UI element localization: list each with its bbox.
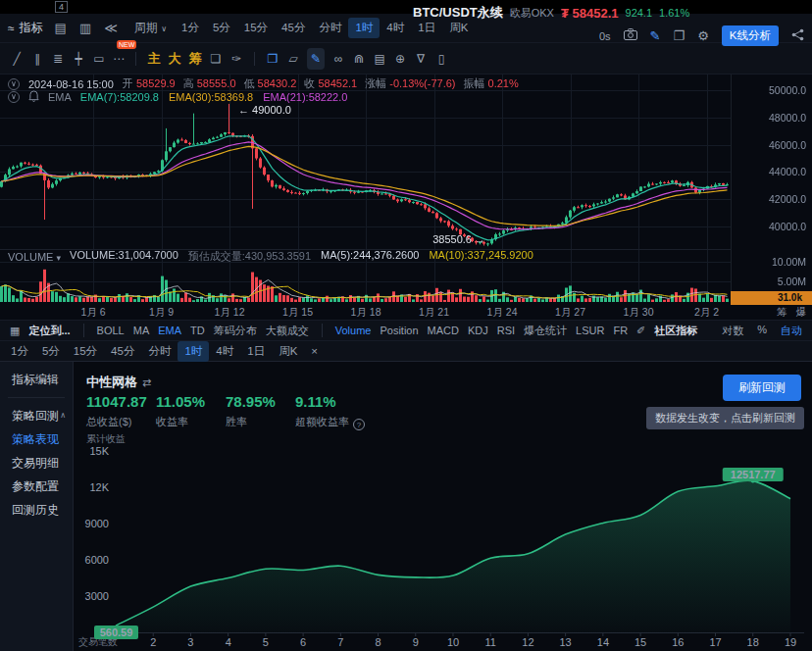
indicator-筹码分布[interactable]: 筹码分布 [214, 324, 257, 338]
sidebar-item-trade-details[interactable]: 交易明细 [0, 451, 73, 475]
timeframe-15分[interactable]: 15分 [237, 18, 275, 38]
locate-to-button[interactable]: 定位到... [28, 324, 70, 338]
indicator-EMA[interactable]: EMA [158, 325, 181, 336]
sub-timeframe-4时[interactable]: 4时 [209, 341, 240, 362]
pane-toggle-爆[interactable]: 爆 [796, 306, 807, 320]
sidebar-item-backtest-history[interactable]: 回测历史 [0, 498, 73, 522]
svg-text:560.59: 560.59 [100, 626, 133, 638]
close-timeframe-bar-icon[interactable]: × [304, 342, 325, 360]
timeframe-1时[interactable]: 1时 [348, 18, 380, 38]
indicator-LSUR[interactable]: LSUR [576, 325, 604, 336]
indicator-MACD[interactable]: MACD [428, 325, 459, 336]
refresh-backtest-button[interactable]: 刷新回测 [723, 375, 801, 401]
equity-curve-chart[interactable]: 030006000900012K15K234567891011121314151… [74, 431, 812, 651]
sub-timeframe-周K[interactable]: 周K [272, 341, 304, 362]
timeframe-1分[interactable]: 1分 [175, 18, 206, 38]
filter-icon[interactable]: ∇ [414, 50, 428, 68]
indicator-KDJ[interactable]: KDJ [468, 325, 488, 336]
trend-line-icon[interactable]: ╱ [10, 50, 24, 68]
community-edit-icon[interactable]: ✐ [636, 325, 645, 337]
attach-icon[interactable]: ⊕ [393, 50, 407, 68]
volume-dropdown[interactable]: VOLUME ▾ [8, 251, 61, 263]
fullscreen-icon[interactable]: ❐ [674, 28, 685, 43]
replay-icon[interactable]: ≪ [104, 21, 118, 35]
timeframe-5分[interactable]: 5分 [206, 18, 237, 38]
chip-button[interactable]: 筹 [188, 50, 202, 68]
eraser-icon[interactable]: ▱ [286, 50, 300, 68]
indicator-爆仓统计[interactable]: 爆仓统计 [524, 324, 567, 338]
trash-icon[interactable]: ▯ [434, 50, 448, 68]
backtest-panel: 指标编辑策略回测∧策略表现交易明细参数配置回测历史 中性网格⇄ 11047.87… [0, 362, 812, 651]
more-tools-icon[interactable]: ⋯ [113, 52, 125, 66]
scale-option-对数[interactable]: 对数 [722, 324, 743, 338]
backtest-main: 中性网格⇄ 11047.87总收益($)11.05%收益率78.95%胜率9.1… [74, 362, 812, 651]
draw-pencil-icon[interactable]: ✎ [650, 28, 661, 43]
rectangle-icon[interactable]: ▭ [92, 50, 106, 68]
sidebar-item-strategy-backtest[interactable]: 策略回测∧ [0, 404, 73, 427]
note-icon[interactable]: ▤ [373, 50, 386, 68]
sub-timeframe-45分[interactable]: 45分 [104, 341, 141, 362]
sub-timeframe-15分[interactable]: 15分 [67, 341, 104, 362]
camera-icon[interactable] [624, 28, 637, 43]
collapse-icon[interactable]: ∨ [8, 78, 20, 90]
timeframe-45分[interactable]: 45分 [275, 18, 312, 38]
indicator-MA[interactable]: MA [133, 325, 150, 336]
indicator-Volume[interactable]: Volume [335, 325, 372, 336]
fib-retracement-icon[interactable]: ≣ [51, 50, 65, 68]
timeframe-4时[interactable]: 4时 [380, 18, 411, 38]
parallel-channel-icon[interactable]: ∥ [30, 50, 44, 68]
indicator-button[interactable]: ≈ 指标 [8, 20, 43, 36]
date-tick: 1月 18 [351, 306, 381, 320]
refresh-tooltip: 数据发生改变，点击刷新回测 [646, 407, 804, 429]
price-tick: 44000.0 [769, 166, 806, 177]
indicator-FR[interactable]: FR [613, 325, 628, 336]
pen-icon[interactable]: ✎ [307, 48, 325, 70]
community-indicators-button[interactable]: 社区指标 [654, 324, 697, 338]
copy-icon[interactable]: ❐ [266, 50, 279, 68]
timeframe-分时[interactable]: 分时 [312, 18, 348, 38]
order-record-icon[interactable]: ❏ [209, 50, 223, 68]
sub-timeframe-1分[interactable]: 1分 [4, 341, 35, 362]
calendar-icon[interactable]: ▦ [10, 325, 20, 337]
chevron-down-icon: ▾ [57, 253, 62, 263]
sub-timeframe-1日[interactable]: 1日 [240, 341, 272, 362]
help-icon[interactable]: ? [353, 419, 365, 430]
brush-icon[interactable]: ✑ [229, 50, 243, 68]
lock-icon[interactable]: ⋒ [352, 50, 366, 68]
swap-strategy-icon[interactable]: ⇄ [142, 376, 151, 388]
pane-toggle-筹[interactable]: 筹 [777, 306, 787, 320]
kline-analysis-button[interactable]: K线分析 [722, 25, 779, 46]
indicator-TD[interactable]: TD [190, 325, 205, 336]
measure-icon[interactable]: ∞ [331, 50, 345, 68]
sidebar-item-indicator-edit[interactable]: 指标编辑 [0, 368, 73, 391]
sub-timeframe-5分[interactable]: 5分 [35, 341, 67, 362]
settings-gear-icon[interactable]: ⚙ [697, 28, 709, 43]
equity-x-tick: 12 [522, 636, 533, 648]
compare-icon[interactable]: ▥ [79, 21, 91, 35]
indicator-BOLL[interactable]: BOLL [97, 325, 125, 336]
share-icon[interactable] [791, 28, 804, 44]
backtest-sidebar: 指标编辑策略回测∧策略表现交易明细参数配置回测历史 [0, 362, 74, 651]
sidebar-item-param-config[interactable]: 参数配置 [0, 475, 73, 498]
sub-timeframe-分时[interactable]: 分时 [141, 341, 178, 362]
cross-line-icon[interactable]: ┿ [72, 50, 85, 68]
stat-label: 胜率 [226, 415, 295, 429]
candlestick-chart-canvas[interactable] [0, 75, 812, 304]
main-chart-button[interactable]: 主 [147, 50, 161, 68]
bar-time: 2024-08-16 15:00 [28, 78, 114, 90]
alert-bell-icon[interactable] [28, 90, 39, 104]
sidebar-item-strategy-performance[interactable]: 策略表现 [0, 427, 73, 451]
template-icon[interactable]: ▤ [55, 21, 67, 35]
top-strip: 4 [0, 0, 812, 14]
scale-option-自动[interactable]: 自动 [781, 324, 802, 338]
scale-option-%[interactable]: % [757, 324, 767, 338]
period-dropdown[interactable]: 周期 ∨ [134, 20, 167, 36]
equity-x-tick: 17 [709, 636, 721, 648]
large-order-button[interactable]: 大 [168, 50, 181, 68]
indicator-Position[interactable]: Position [380, 325, 418, 336]
collapse-icon[interactable]: ∨ [8, 91, 20, 103]
indicator-大额成交[interactable]: 大额成交 [266, 324, 309, 338]
indicator-RSI[interactable]: RSI [497, 325, 515, 336]
sub-timeframe-1时[interactable]: 1时 [178, 341, 209, 362]
date-tick: 1月 9 [149, 306, 174, 320]
